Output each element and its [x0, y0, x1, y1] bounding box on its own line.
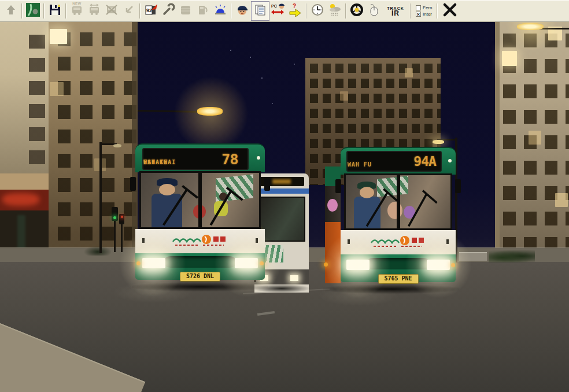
headlight [142, 258, 165, 268]
nwfb-logo [162, 234, 238, 249]
new-bus-button[interactable]: NEW [68, 2, 86, 20]
headlight [346, 260, 370, 270]
side-mirror [130, 177, 136, 191]
passenger [327, 199, 338, 212]
enter-bus-arrow-button[interactable] [120, 2, 138, 20]
route-number: 94A [409, 154, 441, 169]
main-toolbar: NEW 92 [0, 0, 569, 22]
star [250, 57, 251, 58]
driver-face-icon [236, 3, 249, 19]
game-viewport[interactable]: WAH KWAI ESTATE 78 [0, 22, 569, 392]
wipers [141, 173, 259, 227]
headlight [427, 260, 450, 270]
lit-window [50, 82, 64, 96]
lit-window [529, 131, 541, 145]
svg-text:PC: PC [271, 4, 277, 8]
svg-text:92: 92 [146, 8, 152, 13]
swap-bus-button[interactable] [86, 2, 103, 20]
close-x-icon [442, 2, 457, 20]
bus-left-destination-display: WAH KWAI ESTATE 78 [142, 148, 249, 170]
steering-wheel-icon [350, 3, 364, 19]
map-button[interactable] [24, 2, 42, 20]
bus-left-front-panel [135, 229, 265, 253]
route-hint-button[interactable]: ? [287, 2, 304, 20]
blue-light-button[interactable] [212, 2, 229, 20]
marker-light [257, 156, 260, 160]
repair-wrench-button[interactable] [160, 2, 177, 20]
toolbar-separator [437, 3, 438, 19]
toolbar-separator [65, 3, 66, 19]
indicator-light [136, 261, 141, 265]
destination-text: ESTATE [143, 159, 168, 165]
save-button[interactable] [46, 2, 64, 20]
side-mirror [455, 179, 461, 193]
street-lamp-head [113, 144, 121, 147]
new-bus-label: NEW [72, 2, 82, 5]
checkbox-box[interactable] [416, 5, 421, 10]
bus-right: WAH FU 94A [325, 147, 456, 291]
bushes [489, 250, 535, 262]
indicator-light [260, 261, 264, 265]
bus-left-roofband: WAH KWAI ESTATE 78 [135, 143, 265, 172]
bus-right-side-orange-panel [325, 222, 341, 283]
star [230, 50, 231, 51]
toolbar-separator [231, 3, 232, 19]
toolbar-separator [139, 3, 141, 19]
toolbar-separator [306, 3, 307, 19]
star [294, 64, 295, 65]
mouse-control-button[interactable] [365, 2, 383, 20]
checkbox-box[interactable]: × [416, 12, 421, 17]
ticket-roll-icon [179, 3, 192, 19]
traffic-signal [112, 207, 118, 221]
weather-button[interactable] [326, 2, 343, 20]
fuel-pump-icon [197, 3, 209, 19]
toolbar-separator [345, 3, 346, 19]
omsi-window: NEW 92 [0, 0, 569, 392]
remove-bus-button[interactable] [103, 2, 120, 20]
schedule-button[interactable] [251, 1, 269, 21]
wrench-icon [161, 3, 175, 19]
siren-lamp-icon [214, 3, 227, 19]
checkbox-inter[interactable]: × Inter [416, 12, 432, 17]
time-button[interactable] [309, 2, 326, 20]
bus-right-roofband: WAH FU 94A [341, 147, 456, 175]
star [272, 103, 273, 104]
destination-text: WAH FU [348, 161, 372, 168]
save-icon [49, 3, 61, 19]
up-arrow-button[interactable] [2, 2, 20, 20]
new-bus-icon [70, 4, 84, 18]
wipers [346, 175, 450, 228]
schedule-list-icon [254, 3, 267, 19]
weather-icon [328, 3, 342, 19]
map-thumbnail-icon [26, 3, 40, 19]
clock-icon [311, 3, 324, 19]
star [261, 77, 263, 79]
trackir-icon: TRACK IR [384, 6, 407, 16]
bus-right-windshield [344, 173, 452, 230]
headlight [235, 258, 258, 268]
svg-text:?: ? [293, 3, 296, 9]
view-options-group: Fern × Inter [413, 5, 435, 17]
steering-wheel-button[interactable] [348, 2, 365, 20]
street-light-head [197, 107, 223, 116]
license-plate: S765 PNE [378, 274, 419, 284]
marker-light [448, 159, 452, 162]
date-timetable-button[interactable]: 92 [142, 2, 160, 20]
bus-left: WAH KWAI ESTATE 78 [135, 143, 265, 289]
bus-behind-windshield [258, 197, 305, 242]
checkbox-fern[interactable]: Fern [416, 5, 432, 10]
nwfb-logo [361, 235, 436, 250]
guardrail [459, 252, 487, 261]
toolbar-separator [43, 3, 45, 19]
toolbar-separator [410, 3, 411, 19]
driver-button[interactable] [234, 2, 251, 20]
shop-sign [0, 190, 51, 210]
pc-swap-icon: PC [270, 3, 286, 19]
trackir-button[interactable]: TRACK IR [383, 2, 408, 20]
close-button[interactable] [439, 2, 460, 20]
bus-right-front-panel [341, 230, 456, 254]
refuel-button[interactable] [194, 2, 212, 20]
pc-driver-swap-button[interactable]: PC [269, 2, 287, 20]
ticket-button[interactable] [177, 2, 194, 20]
indicator-light [324, 262, 328, 267]
